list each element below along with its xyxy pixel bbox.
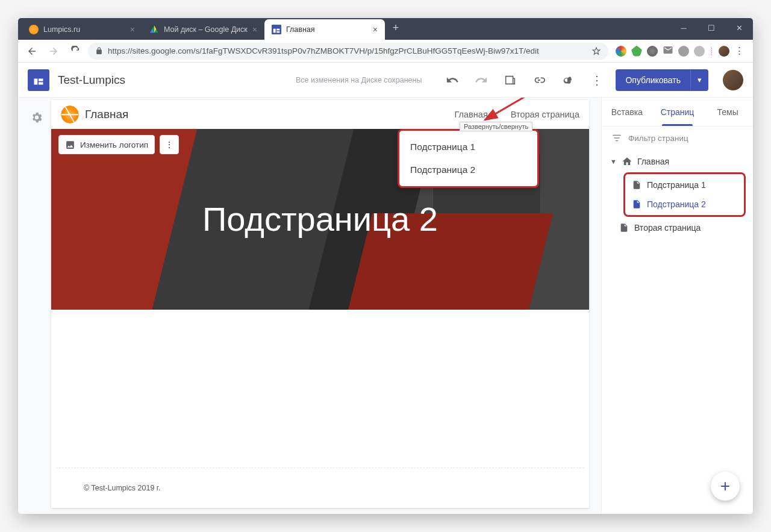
change-logo-group: Изменить логотип ⋮ [58, 135, 179, 154]
page-icon [619, 222, 629, 233]
reload-button[interactable] [66, 42, 84, 60]
page-nav: Главная ⌄ Вторая страница [455, 110, 579, 119]
svg-rect-4 [34, 78, 38, 84]
svg-rect-2 [276, 29, 279, 31]
undo-button[interactable] [442, 70, 463, 90]
tab-strip: Lumpics.ru × Мой диск – Google Диск × Гл… [22, 19, 407, 40]
site-canvas: Главная Главная ⌄ Вторая страница Измени… [51, 100, 589, 508]
extension-icon[interactable] [694, 46, 705, 57]
profile-avatar-icon[interactable] [719, 46, 729, 57]
extension-icon[interactable] [631, 46, 642, 57]
canvas-area: Главная Главная ⌄ Вторая страница Измени… [18, 98, 601, 514]
extension-icon[interactable] [647, 46, 658, 57]
extension-icon[interactable] [616, 46, 626, 57]
app-body: Главная Главная ⌄ Вторая страница Измени… [18, 98, 753, 514]
header-actions: ⋮ [442, 70, 607, 90]
svg-rect-1 [273, 29, 276, 33]
favicon-icon [29, 25, 39, 34]
url-text: https://sites.google.com/s/1faFgTWSXDCvR… [108, 46, 539, 55]
close-window-button[interactable]: ✕ [725, 18, 753, 37]
nav-item-second[interactable]: Вторая страница [511, 110, 579, 119]
page-tree: ▼ Главная Подстраница 1 Подстраница 2 [602, 149, 753, 240]
mail-icon[interactable] [663, 45, 673, 58]
favicon-icon [149, 25, 159, 34]
tooltip: Развернуть/свернуть [460, 122, 532, 131]
tree-item-second[interactable]: Вторая страница [614, 218, 749, 237]
image-icon [65, 140, 75, 150]
filter-icon [611, 133, 622, 143]
footer-text[interactable]: © Test-Lumpics 2019 г. [51, 468, 589, 508]
nav-item-home[interactable]: Главная ⌄ [455, 110, 498, 119]
account-avatar[interactable] [723, 70, 743, 90]
page-title[interactable]: Главная [85, 108, 128, 121]
page-icon [631, 180, 642, 190]
browser-tab-active[interactable]: Главная × [264, 19, 385, 40]
publish-label: Опубликовать [616, 75, 690, 85]
chevron-down-icon: ▼ [610, 158, 617, 165]
publish-dropdown-icon[interactable]: ▾ [690, 69, 708, 91]
tab-title: Мой диск – Google Диск [164, 25, 248, 34]
site-title[interactable]: Test-Lumpics [58, 74, 125, 87]
sites-logo-icon[interactable] [28, 69, 49, 91]
settings-button[interactable] [30, 111, 43, 127]
favicon-icon [272, 25, 281, 34]
new-tab-button[interactable]: + [387, 19, 404, 36]
close-tab-icon[interactable]: × [130, 25, 135, 34]
preview-button[interactable] [500, 70, 520, 90]
hero-title[interactable]: Подстраница 2 [202, 201, 438, 239]
share-button[interactable] [558, 70, 578, 90]
back-button[interactable] [23, 42, 41, 60]
chevron-down-icon: ⌄ [490, 110, 498, 119]
more-button[interactable]: ⋮ [587, 70, 607, 90]
tab-insert[interactable]: Вставка [602, 98, 652, 126]
save-state: Все изменения на Диске сохранены [296, 76, 422, 84]
change-logo-button[interactable]: Изменить логотип [58, 135, 155, 154]
page-icon [631, 199, 642, 210]
svg-rect-6 [39, 82, 43, 84]
annotation-highlight: Подстраница 1 Подстраница 2 [623, 172, 746, 217]
tab-title: Lumpics.ru [43, 25, 80, 34]
titlebar: Lumpics.ru × Мой диск – Google Диск × Гл… [18, 18, 753, 40]
close-tab-icon[interactable]: × [252, 25, 257, 34]
add-page-button[interactable]: + [711, 472, 740, 501]
tab-themes[interactable]: Темы [702, 98, 753, 126]
page-logo-icon[interactable] [61, 105, 79, 124]
url-input[interactable]: https://sites.google.com/s/1faFgTWSXDCvR… [88, 43, 608, 60]
tree-item-subpage-selected[interactable]: Подстраница 2 [626, 195, 743, 214]
logo-more-button[interactable]: ⋮ [160, 135, 179, 154]
minimize-button[interactable]: ─ [670, 18, 698, 37]
svg-rect-3 [276, 31, 279, 33]
tab-title: Главная [286, 25, 315, 34]
tree-item-home[interactable]: ▼ Главная [605, 152, 749, 171]
app-header: Test-Lumpics Все изменения на Диске сохр… [18, 63, 753, 98]
browser-tab[interactable]: Мой диск – Google Диск × [142, 19, 264, 40]
tree-item-subpage[interactable]: Подстраница 1 [626, 175, 743, 195]
redo-button[interactable] [471, 70, 492, 90]
extension-icon[interactable]: ⦚ [710, 46, 714, 56]
menu-icon[interactable]: ⋮ [734, 45, 744, 57]
svg-rect-5 [39, 78, 43, 81]
window-controls: ─ ☐ ✕ [670, 18, 753, 37]
home-icon [622, 156, 632, 167]
maximize-button[interactable]: ☐ [698, 18, 725, 37]
close-tab-icon[interactable]: × [373, 25, 378, 34]
extension-icon[interactable] [678, 46, 689, 57]
sidebar-tabs: Вставка Страниц Темы [602, 98, 753, 127]
link-button[interactable] [529, 70, 549, 90]
dropdown-item[interactable]: Подстраница 1 [399, 136, 537, 158]
address-bar: https://sites.google.com/s/1faFgTWSXDCvR… [18, 40, 753, 63]
nav-dropdown: Подстраница 1 Подстраница 2 [398, 129, 539, 188]
content-area[interactable] [56, 310, 584, 468]
tab-pages[interactable]: Страниц [652, 98, 703, 126]
lock-icon [95, 47, 103, 55]
filter-pages[interactable]: Фильтр страниц [602, 127, 753, 149]
extensions: ⦚ ⋮ [612, 45, 748, 58]
forward-button[interactable] [45, 42, 63, 60]
publish-button[interactable]: Опубликовать ▾ [616, 69, 708, 91]
right-sidebar: Вставка Страниц Темы Фильтр страниц ▼ Гл… [601, 98, 753, 514]
star-icon[interactable] [592, 46, 601, 56]
browser-tab[interactable]: Lumpics.ru × [22, 19, 142, 40]
browser-window: Lumpics.ru × Мой диск – Google Диск × Гл… [18, 18, 753, 514]
dropdown-item[interactable]: Подстраница 2 [399, 158, 537, 181]
